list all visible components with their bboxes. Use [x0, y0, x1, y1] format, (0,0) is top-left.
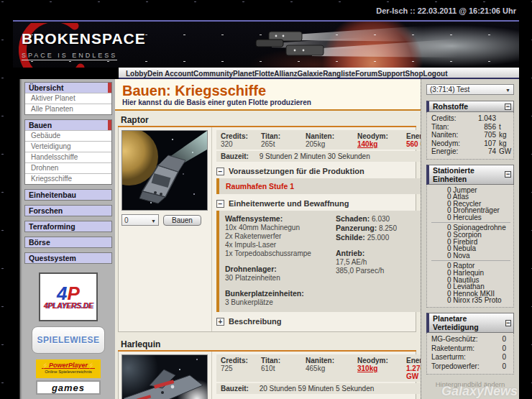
bauzeit-label: Bauzeit: — [221, 152, 249, 160]
logo-title: BROKENSPACE — [22, 30, 180, 47]
page-frame: BROKENSPACE SPACE IS ENDLESS LobbyDein A… — [13, 20, 519, 399]
cost-cell: Naniten: 465kg — [306, 357, 357, 380]
bauen-button[interactable]: Bauen — [163, 215, 201, 226]
sidebar-item-kriegsschiffe[interactable]: Kriegsschiffe — [25, 173, 111, 184]
drohnenlager-label: Drohnenlager: — [225, 265, 336, 274]
sidebar-item-gebaeude[interactable]: Gebäude — [25, 130, 111, 141]
bauzeit-row: Bauzeit: 20 Stunden 59 Minuten 5 Sekunde… — [216, 383, 421, 394]
spaceships-illustration — [250, 26, 466, 63]
nav-item[interactable]: Forum — [355, 70, 377, 78]
4players-logo: 4P — [57, 285, 80, 302]
cost-cell: Energie: 1.270 GW — [406, 357, 421, 380]
menu-section-terraforming: Terraforming — [24, 221, 112, 232]
banner-games[interactable]: games — [36, 380, 101, 395]
stationed-unit-row: 0 Nova — [431, 252, 510, 260]
nav-item[interactable]: Dein Account — [147, 70, 193, 78]
cost-cell: Neodym: 310kg — [357, 357, 406, 380]
panel-rohstoffe: Rohstoffe Credits: 1.043 Titan: 856 t Na… — [426, 101, 514, 160]
panel-planetare-verteidigung: Planetare Verteidigung MG-Geschütz: 0 Ra… — [426, 313, 514, 375]
sidebar-item-uebersicht[interactable]: Übersicht — [25, 83, 111, 93]
cost-table: Credits: 725 Titan: 610t Naniten: 465kg … — [216, 354, 421, 382]
quantity-select[interactable]: 0 — [121, 214, 159, 226]
right-sidebar: (3:71:4) Test Rohstoffe Credits: 1.043 T… — [421, 79, 519, 399]
sidebar-item-handelsschiffe[interactable]: Handelsschiffe — [25, 152, 111, 162]
change-background-link[interactable]: Hintergrundbild ändern — [426, 380, 514, 388]
nav-item[interactable]: Support — [377, 70, 405, 78]
bauzeit-value: 20 Stunden 59 Minuten 5 Sekunden — [260, 385, 375, 393]
sidebar-item-alle-planeten[interactable]: Alle Planeten — [25, 104, 111, 114]
menu-section-boerse: Börse — [24, 237, 112, 248]
menu-section-einheitenbau: Einheitenbau — [24, 189, 112, 201]
logo-tagline: SPACE IS ENDLESS — [22, 52, 117, 60]
sidebar-item-drohnen[interactable]: Drohnen — [25, 162, 111, 173]
ship-name: Raptor — [118, 114, 416, 127]
bauzeit-label: Bauzeit: — [221, 385, 249, 393]
weapons-label: Waffensysteme: — [225, 214, 336, 224]
weapon-entry: 4x Impuls-Laser — [225, 241, 336, 249]
main-nav: LobbyDein AccountCommunityPlanetFlotteAl… — [119, 68, 519, 79]
defense-row: Raketenturm: 0 — [431, 344, 510, 354]
collapse-icon[interactable] — [505, 171, 511, 178]
nav-item[interactable]: Flotte — [254, 70, 274, 78]
banner-4players[interactable]: 4P 4PLAYERS.DE — [39, 272, 98, 321]
nav-item[interactable]: Planet — [233, 70, 254, 78]
sidebar-item-bauen[interactable]: Bauen — [25, 120, 111, 130]
cost-cell: Titan: 610t — [261, 357, 306, 380]
resource-row: Titan: 856 t — [431, 123, 510, 132]
defense-row: Torpedowerfer: 0 — [431, 362, 510, 372]
stationed-unit-row: 0 Hercules — [431, 214, 510, 221]
sidebar-item-einheitenbau[interactable]: Einheitenbau — [25, 190, 111, 200]
nav-item[interactable]: Rangliste — [323, 70, 355, 78]
menu-section-bauen: Bauen Gebäude Verteidigung Handelsschiff… — [24, 119, 112, 185]
bunker-label: Bunkerplatzeinheiten: — [225, 289, 336, 298]
ship-image-harlequin — [121, 354, 208, 399]
sidebar-item-forschen[interactable]: Forschen — [25, 206, 111, 216]
antrieb-entry: 385,0 Parsec/h — [336, 267, 421, 275]
planet-select[interactable]: (3:71:4) Test — [426, 84, 514, 95]
page-subtitle: Hier kannst du die Basis einer guten Flo… — [122, 98, 413, 106]
collapse-icon[interactable] — [505, 320, 511, 326]
cost-cell: Naniten: 205kg — [306, 132, 357, 148]
expand-header-beschreibung[interactable]: Beschreibung — [216, 317, 421, 326]
expand-icon[interactable] — [216, 318, 224, 326]
collapse-header-voraussetzungen[interactable]: Voraussetzungen für die Produktion — [216, 167, 421, 175]
sidebar-item-aktiver-planet[interactable]: Aktiver Planet — [25, 93, 111, 104]
nav-item[interactable]: Logout — [423, 70, 448, 78]
requirement: Raumhafen Stufe 1 — [226, 181, 421, 191]
collapse-icon[interactable] — [505, 104, 511, 110]
resource-row: Neodym: 107 kg — [431, 139, 510, 148]
page-title: Bauen: Kriegsschiffe — [122, 83, 413, 98]
sidebar-item-questsystem[interactable]: Questsystem — [25, 253, 111, 263]
nav-item[interactable]: Galaxie — [298, 70, 324, 78]
banner-powerplayer[interactable]: ⚡PowerPlayer⚡ Online Spieleverzeichnis — [36, 359, 101, 378]
sidebar-item-terraforming[interactable]: Terraforming — [25, 221, 111, 231]
nav-item[interactable]: Lobby — [126, 70, 147, 78]
cost-cell: Energie: 560 GW — [406, 132, 421, 148]
collapse-icon[interactable] — [216, 200, 224, 208]
collapse-header-einheitenwerte[interactable]: Einheitenwerte und Bewaffnung — [216, 199, 421, 208]
resource-row: Energie: 74 GW — [431, 147, 510, 156]
left-sidebar: Übersicht Aktiver Planet Alle Planeten B… — [13, 79, 115, 399]
main-content: Bauen: Kriegsschiffe Hier kannst du die … — [115, 79, 421, 399]
sidebar-item-boerse[interactable]: Börse — [25, 237, 111, 247]
stationed-unit-row: 0 Jumper — [431, 187, 510, 194]
collapse-icon[interactable] — [216, 168, 224, 175]
defense-row: MG-Geschütz: 0 — [431, 335, 510, 344]
chevron-down-icon — [505, 86, 510, 93]
nav-item[interactable]: Community — [193, 70, 233, 78]
nav-item[interactable]: Allianz — [274, 70, 297, 78]
banner-spielewiese[interactable]: SPIELEWIESE — [32, 326, 105, 354]
drohnenlager-value: 30 Platzeinheiten — [225, 274, 336, 283]
weapon-entry: 1x Torpedoabschussrampe — [225, 249, 336, 258]
defense-row: Laserturm: 0 — [431, 353, 510, 362]
header-banner: BROKENSPACE SPACE IS ENDLESS — [13, 22, 519, 68]
sidebar-item-verteidigung[interactable]: Verteidigung — [25, 141, 111, 152]
requirements-box: Raumhafen Stufe 1 — [216, 178, 421, 194]
logo[interactable]: BROKENSPACE SPACE IS ENDLESS — [22, 30, 180, 60]
nav-item[interactable]: Shop — [405, 70, 423, 78]
panel-stationierte-einheiten: Stationierte Einheiten 0 Jumper0 Atlas0 … — [426, 165, 514, 308]
status-datetime: Der-Isch :: 22.03.2011 @ 16:21:06 Uhr — [376, 6, 516, 15]
resource-row: Naniten: 705 kg — [431, 131, 510, 139]
stationed-unit-row: 0 Nebula — [431, 245, 510, 252]
ship-image-raptor — [121, 130, 208, 211]
